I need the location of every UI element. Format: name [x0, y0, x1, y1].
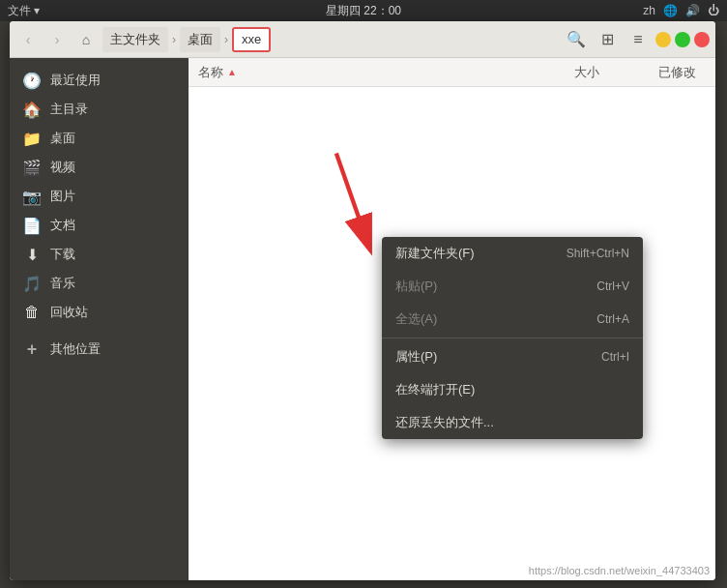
- column-header: 名称 ▲ 大小 已修改: [189, 58, 715, 87]
- menu-item-new-folder-label: 新建文件夹(F): [395, 245, 475, 262]
- power-icon: ⏻: [708, 4, 719, 17]
- sidebar-label-other: 其他位置: [50, 340, 101, 358]
- menu-item-open-terminal[interactable]: 在终端打开(E): [382, 373, 643, 406]
- sidebar-label-home: 主目录: [50, 101, 88, 118]
- forward-button[interactable]: ›: [44, 27, 70, 52]
- menu-item-properties[interactable]: 属性(P) Ctrl+I: [382, 340, 643, 373]
- menu-divider-1: [382, 338, 643, 338]
- menu-item-select-all[interactable]: 全选(A) Ctrl+A: [382, 303, 643, 336]
- col-modified-header[interactable]: 已修改: [609, 64, 706, 81]
- menu-item-new-folder[interactable]: 新建文件夹(F) Shift+Ctrl+N: [382, 237, 643, 270]
- sidebar-item-desktop[interactable]: 📁 桌面: [10, 124, 189, 153]
- maximize-button[interactable]: [675, 32, 690, 47]
- file-list[interactable]: 新建文件夹(F) Shift+Ctrl+N 粘贴(P) Ctrl+V 全选(A)…: [189, 87, 715, 580]
- toolbar-actions: 🔍 ⊞ ≡: [563, 27, 652, 52]
- breadcrumb-xxe[interactable]: xxe: [232, 27, 271, 52]
- downloads-icon: ⬇: [23, 246, 41, 263]
- window-controls: [655, 32, 710, 47]
- minimize-button[interactable]: [655, 32, 671, 47]
- file-manager-window: ‹ › ⌂ 主文件夹 › 桌面 › xxe 🔍 ⊞ ≡ 🕐: [10, 21, 715, 580]
- menu-button[interactable]: ≡: [625, 27, 652, 52]
- sidebar-item-documents[interactable]: 📄 文档: [10, 211, 189, 240]
- sidebar-label-videos: 视频: [50, 159, 75, 176]
- menu-item-restore[interactable]: 还原丢失的文件...: [382, 406, 643, 439]
- menu-item-new-folder-shortcut: Shift+Ctrl+N: [567, 247, 629, 260]
- network-icon: 🌐: [663, 4, 678, 17]
- sidebar-label-documents: 文档: [50, 217, 75, 234]
- svg-line-1: [336, 154, 365, 237]
- up-button[interactable]: ⌂: [73, 27, 99, 52]
- menu-item-paste[interactable]: 粘贴(P) Ctrl+V: [382, 270, 643, 303]
- breadcrumb-sep-1: ›: [170, 33, 178, 46]
- sidebar-item-pictures[interactable]: 📷 图片: [10, 182, 189, 211]
- breadcrumb-home[interactable]: 主文件夹: [102, 27, 168, 52]
- sidebar-label-downloads: 下载: [50, 246, 75, 263]
- main-content: 🕐 最近使用 🏠 主目录 📁 桌面 🎬 视频 📷 图片 📄 文档: [10, 58, 715, 580]
- sidebar-label-desktop: 桌面: [50, 130, 75, 147]
- menu-item-select-all-label: 全选(A): [395, 310, 437, 328]
- sidebar-item-recent[interactable]: 🕐 最近使用: [10, 66, 189, 95]
- home-icon: 🏠: [23, 101, 41, 118]
- menu-item-properties-shortcut: Ctrl+I: [601, 350, 629, 364]
- sidebar-divider: [10, 327, 189, 335]
- trash-icon: 🗑: [23, 304, 41, 321]
- close-button[interactable]: [694, 32, 710, 47]
- title-bar: ‹ › ⌂ 主文件夹 › 桌面 › xxe 🔍 ⊞ ≡: [10, 21, 715, 58]
- files-menu[interactable]: 文件 ▾: [8, 3, 40, 19]
- lang-indicator: zh: [643, 4, 655, 17]
- back-button[interactable]: ‹: [15, 27, 41, 52]
- recent-icon: 🕐: [23, 72, 41, 89]
- menu-item-open-terminal-label: 在终端打开(E): [395, 381, 475, 398]
- sort-arrow: ▲: [227, 67, 237, 77]
- desktop-icon: 📁: [23, 130, 41, 147]
- sidebar: 🕐 最近使用 🏠 主目录 📁 桌面 🎬 视频 📷 图片 📄 文档: [10, 58, 189, 580]
- grid-view-button[interactable]: ⊞: [594, 27, 621, 52]
- sidebar-item-downloads[interactable]: ⬇ 下载: [10, 240, 189, 269]
- menu-item-select-all-shortcut: Ctrl+A: [596, 312, 629, 326]
- sidebar-item-trash[interactable]: 🗑 回收站: [10, 298, 189, 327]
- sidebar-item-videos[interactable]: 🎬 视频: [10, 153, 189, 182]
- sidebar-item-home[interactable]: 🏠 主目录: [10, 95, 189, 124]
- sidebar-label-recent: 最近使用: [50, 72, 101, 89]
- search-button[interactable]: 🔍: [563, 27, 590, 52]
- menu-item-paste-shortcut: Ctrl+V: [596, 279, 629, 293]
- top-bar-left: 文件 ▾: [8, 3, 40, 19]
- documents-icon: 📄: [23, 217, 41, 234]
- music-icon: 🎵: [23, 275, 41, 292]
- col-size-header[interactable]: 大小: [541, 64, 609, 81]
- col-name-header[interactable]: 名称 ▲: [198, 64, 541, 81]
- context-menu: 新建文件夹(F) Shift+Ctrl+N 粘贴(P) Ctrl+V 全选(A)…: [382, 237, 643, 439]
- volume-icon: 🔊: [685, 4, 700, 17]
- top-system-bar: 文件 ▾ 星期四 22：00 zh 🌐 🔊 ⏻: [0, 0, 727, 21]
- sidebar-label-pictures: 图片: [50, 188, 75, 205]
- other-icon: +: [23, 340, 41, 358]
- breadcrumb-sep-2: ›: [222, 33, 230, 46]
- file-area: 名称 ▲ 大小 已修改: [189, 58, 715, 580]
- top-bar-right: zh 🌐 🔊 ⏻: [643, 4, 719, 17]
- videos-icon: 🎬: [23, 159, 41, 176]
- breadcrumb: 主文件夹 › 桌面 › xxe: [102, 27, 553, 52]
- menu-item-restore-label: 还原丢失的文件...: [395, 414, 494, 431]
- sidebar-label-music: 音乐: [50, 275, 75, 292]
- pictures-icon: 📷: [23, 188, 41, 205]
- sidebar-label-trash: 回收站: [50, 304, 88, 321]
- menu-item-properties-label: 属性(P): [395, 348, 437, 366]
- clock: 星期四 22：00: [326, 3, 401, 19]
- breadcrumb-desktop[interactable]: 桌面: [180, 27, 220, 52]
- pointer-arrow: [314, 145, 392, 261]
- sidebar-item-other[interactable]: + 其他位置: [10, 335, 189, 364]
- sidebar-item-music[interactable]: 🎵 音乐: [10, 269, 189, 298]
- menu-item-paste-label: 粘贴(P): [395, 278, 437, 295]
